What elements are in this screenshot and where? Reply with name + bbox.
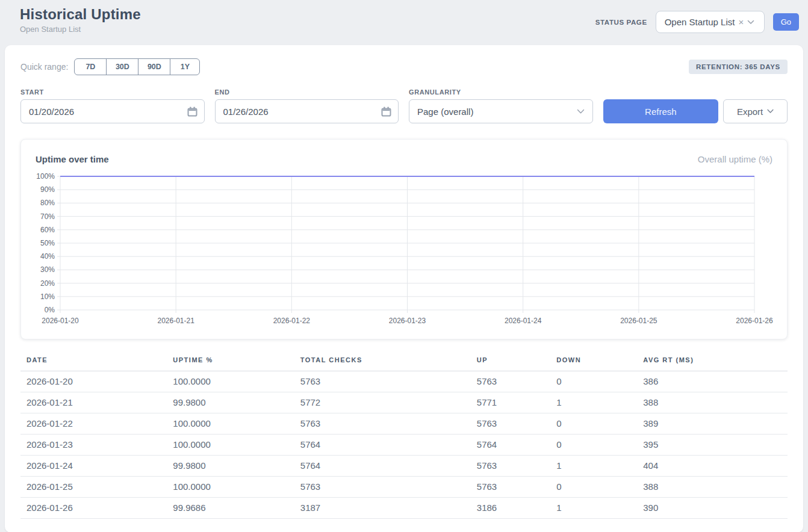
svg-text:90%: 90%	[40, 185, 55, 194]
granularity-label: GRANULARITY	[409, 88, 593, 96]
table-row: 2026-01-2499.9800576457631404	[20, 456, 788, 477]
start-date-input[interactable]	[20, 99, 205, 123]
svg-text:60%: 60%	[40, 226, 55, 234]
table-cell: 100.0000	[167, 413, 294, 435]
chart-legend: Overall uptime (%)	[698, 154, 772, 164]
svg-text:40%: 40%	[40, 252, 55, 261]
chevron-down-icon	[747, 20, 754, 25]
svg-text:2026-01-24: 2026-01-24	[505, 317, 542, 325]
table-cell: 99.9800	[167, 392, 294, 413]
table-cell: 99.9800	[167, 456, 294, 477]
table-cell: 5764	[294, 435, 471, 456]
table-cell: 5763	[471, 413, 550, 435]
column-header-uptime-: UPTIME %	[167, 354, 294, 371]
table-cell: 5771	[471, 392, 550, 413]
svg-text:2026-01-20: 2026-01-20	[42, 317, 79, 325]
table-cell: 5763	[471, 477, 550, 498]
start-date-field: START	[20, 88, 205, 123]
title-block: Historical Uptime Open Startup List	[20, 6, 141, 34]
svg-text:2026-01-26: 2026-01-26	[736, 317, 773, 325]
table-cell: 2026-01-26	[20, 498, 167, 519]
end-date-label: END	[215, 88, 399, 96]
table-cell: 2026-01-20	[20, 371, 167, 392]
table-cell: 0	[550, 435, 637, 456]
table-cell: 2026-01-21	[20, 392, 167, 413]
table-cell: 5763	[294, 477, 471, 498]
uptime-table-body: 2026-01-20100.00005763576303862026-01-21…	[20, 371, 788, 519]
table-cell: 2026-01-23	[20, 435, 167, 456]
filter-row: START END GRANULARITY Page (overall)	[20, 88, 788, 123]
table-row: 2026-01-23100.0000576457640395	[20, 435, 788, 456]
main-panel: Quick range: 7D 30D 90D 1Y RETENTION: 36…	[5, 45, 803, 532]
end-date-input[interactable]	[215, 99, 399, 123]
table-cell: 389	[637, 413, 788, 435]
table-cell: 390	[637, 498, 788, 519]
svg-text:2026-01-23: 2026-01-23	[389, 317, 426, 325]
column-header-total-checks: TOTAL CHECKS	[294, 354, 471, 371]
quick-range-90d-button[interactable]: 90D	[138, 58, 170, 75]
chevron-down-icon	[577, 109, 585, 114]
retention-badge: RETENTION: 365 DAYS	[689, 60, 788, 74]
granularity-select-value: Page (overall)	[417, 107, 473, 117]
page-header: Historical Uptime Open Startup List STAT…	[0, 0, 808, 39]
table-cell: 0	[550, 413, 637, 435]
table-cell: 99.9686	[167, 498, 294, 519]
page-title: Historical Uptime	[20, 6, 141, 23]
svg-text:70%: 70%	[40, 212, 55, 221]
table-cell: 5763	[294, 371, 471, 392]
column-header-avg-rt-ms-: AVG RT (MS)	[637, 354, 788, 371]
chart-header: Uptime over time Overall uptime (%)	[36, 154, 772, 164]
quick-range-buttons: 7D 30D 90D 1Y	[74, 58, 200, 75]
column-header-up: UP	[471, 354, 550, 371]
uptime-chart-card: Uptime over time Overall uptime (%) 0%10…	[20, 139, 788, 339]
table-row: 2026-01-22100.0000576357630389	[20, 413, 788, 435]
quick-range-label: Quick range:	[20, 62, 68, 72]
quick-range-30d-button[interactable]: 30D	[106, 58, 138, 75]
table-cell: 388	[637, 392, 788, 413]
quick-range-1y-button[interactable]: 1Y	[170, 58, 200, 75]
table-row: 2026-01-25100.0000576357630388	[20, 477, 788, 498]
table-cell: 1	[550, 392, 637, 413]
svg-text:50%: 50%	[40, 239, 55, 247]
svg-text:10%: 10%	[40, 292, 55, 301]
go-button[interactable]: Go	[773, 13, 799, 31]
calendar-icon[interactable]	[187, 107, 197, 119]
svg-text:2026-01-21: 2026-01-21	[157, 317, 194, 325]
refresh-button[interactable]: Refresh	[603, 99, 719, 123]
table-cell: 0	[550, 371, 637, 392]
clear-selection-icon[interactable]: ×	[738, 17, 744, 26]
svg-text:0%: 0%	[45, 306, 55, 314]
page-subtitle: Open Startup List	[20, 25, 141, 34]
table-cell: 3187	[294, 498, 471, 519]
quick-range-7d-button[interactable]: 7D	[74, 58, 107, 75]
export-button[interactable]: Export	[723, 99, 788, 123]
uptime-table-header: DATEUPTIME %TOTAL CHECKSUPDOWNAVG RT (MS…	[20, 354, 788, 371]
chevron-down-icon	[767, 109, 774, 114]
table-cell: 395	[637, 435, 788, 456]
svg-text:2026-01-25: 2026-01-25	[620, 317, 657, 325]
table-cell: 100.0000	[167, 477, 294, 498]
svg-text:80%: 80%	[40, 199, 55, 207]
uptime-table: DATEUPTIME %TOTAL CHECKSUPDOWNAVG RT (MS…	[20, 354, 788, 519]
table-cell: 2026-01-25	[20, 477, 167, 498]
table-cell: 100.0000	[167, 435, 294, 456]
table-cell: 386	[637, 371, 788, 392]
status-page-select-value: Open Startup List	[665, 17, 735, 27]
granularity-field: GRANULARITY Page (overall)	[409, 88, 593, 123]
calendar-icon[interactable]	[381, 107, 391, 119]
quick-range-group: Quick range: 7D 30D 90D 1Y	[20, 58, 200, 75]
status-page-select[interactable]: Open Startup List ×	[656, 11, 765, 33]
table-cell: 1	[550, 498, 637, 519]
svg-text:20%: 20%	[40, 279, 55, 288]
table-cell: 5763	[471, 456, 550, 477]
svg-text:100%: 100%	[36, 172, 55, 181]
header-controls: STATUS PAGE Open Startup List × Go	[595, 11, 799, 33]
granularity-select[interactable]: Page (overall)	[409, 99, 593, 123]
table-row: 2026-01-2699.9686318731861390	[20, 498, 788, 519]
table-cell: 1	[550, 456, 637, 477]
table-cell: 5764	[471, 435, 550, 456]
end-date-field: END	[215, 88, 399, 123]
table-cell: 5763	[471, 371, 550, 392]
table-cell: 5764	[294, 456, 471, 477]
table-row: 2026-01-20100.0000576357630386	[20, 371, 788, 392]
